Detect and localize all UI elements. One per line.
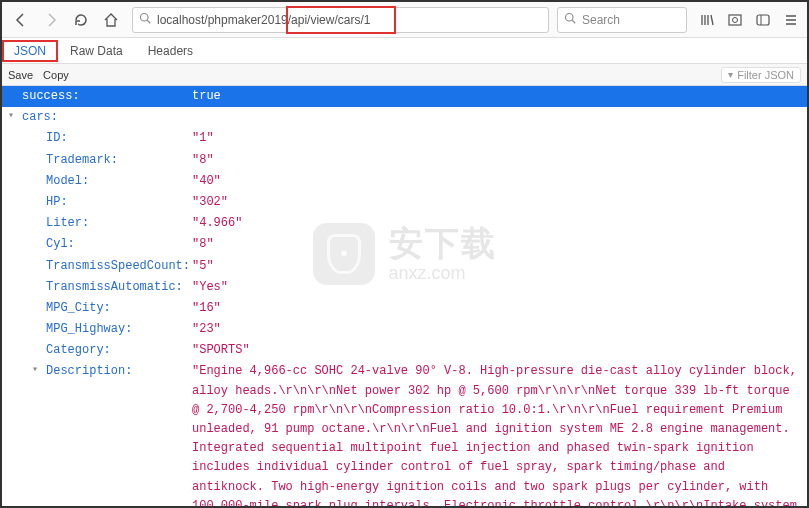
pocket-icon[interactable] [753,10,773,30]
svg-point-0 [141,14,149,22]
json-key: Model: [46,172,89,191]
json-value: "8" [192,153,214,167]
json-row-success: success: true [2,86,807,107]
funnel-icon: ▾ [728,69,733,80]
url-bar[interactable]: localhost/phpmaker2019/api/view/cars/1 [132,7,549,33]
filter-placeholder: Filter JSON [737,69,794,81]
svg-rect-6 [757,15,769,25]
browser-toolbar: localhost/phpmaker2019/api/view/cars/1 S… [2,2,807,38]
json-key: Liter: [46,214,89,233]
json-key: Category: [46,341,111,360]
json-value: "5" [192,259,214,273]
copy-button[interactable]: Copy [43,69,69,81]
svg-line-1 [147,20,150,23]
url-text-highlight: /api/view/cars/1 [288,13,371,27]
arrow-left-icon [13,12,29,28]
json-value: "23" [192,322,221,336]
json-value: "1" [192,131,214,145]
home-icon [103,12,119,28]
json-value: "Yes" [192,280,228,294]
reload-icon [73,12,89,28]
menu-button[interactable] [781,10,801,30]
tab-json[interactable]: JSON [2,40,58,62]
json-value: "8" [192,237,214,251]
json-key: Trademark: [46,151,118,170]
home-button[interactable] [98,7,124,33]
sidebar-icon[interactable] [725,10,745,30]
reload-button[interactable] [68,7,94,33]
svg-line-3 [572,20,575,23]
json-key: success: [22,87,80,106]
json-value: "4.966" [192,216,242,230]
json-key: TransmissSpeedCount: [46,257,190,276]
json-row: MPG_City:"16" [2,298,807,319]
collapse-toggle[interactable]: ▾ [8,108,20,124]
filter-json-input[interactable]: ▾ Filter JSON [721,67,801,83]
search-placeholder: Search [582,13,620,27]
json-row: Trademark:"8" [2,150,807,171]
svg-point-2 [566,14,574,22]
back-button[interactable] [8,7,34,33]
json-key: TransmissAutomatic: [46,278,183,297]
search-icon [564,12,576,27]
json-row: TransmissSpeedCount:"5" [2,256,807,277]
json-viewer[interactable]: success: true ▾ cars: ID:"1"Trademark:"8… [2,86,807,506]
json-key: cars: [22,108,58,127]
tab-raw-data[interactable]: Raw Data [58,40,136,62]
json-value: "16" [192,301,221,315]
forward-button[interactable] [38,7,64,33]
url-text-prefix: localhost/phpmaker2019 [157,13,288,27]
svg-rect-4 [729,15,741,25]
json-value: "40" [192,174,221,188]
json-key: ID: [46,129,68,148]
json-key: MPG_Highway: [46,320,132,339]
collapse-toggle[interactable]: ▾ [32,362,44,378]
json-key: HP: [46,193,68,212]
json-actions: Save Copy ▾ Filter JSON [2,64,807,86]
arrow-right-icon [43,12,59,28]
json-row: Model:"40" [2,171,807,192]
search-box[interactable]: Search [557,7,687,33]
json-row-description: ▾ Description: "Engine 4,966-cc SOHC 24-… [2,361,807,506]
devtools-tabs: JSON Raw Data Headers [2,38,807,64]
json-value: "SPORTS" [192,343,250,357]
save-button[interactable]: Save [8,69,33,81]
json-value: "Engine 4,966-cc SOHC 24-valve 90° V-8. … [192,364,797,506]
json-key: MPG_City: [46,299,111,318]
json-row-cars: ▾ cars: [2,107,807,128]
json-row: ID:"1" [2,128,807,149]
toolbar-right-icons [691,10,801,30]
svg-point-5 [733,17,738,22]
tab-headers[interactable]: Headers [136,40,206,62]
json-row: Liter:"4.966" [2,213,807,234]
json-row: Category:"SPORTS" [2,340,807,361]
library-icon[interactable] [697,10,717,30]
json-key: Cyl: [46,235,75,254]
json-key: Description: [46,362,132,381]
json-row: MPG_Highway:"23" [2,319,807,340]
json-row: HP:"302" [2,192,807,213]
json-value: true [192,89,221,103]
search-icon [139,12,151,27]
json-row: Cyl:"8" [2,234,807,255]
json-row: TransmissAutomatic:"Yes" [2,277,807,298]
json-value: "302" [192,195,228,209]
